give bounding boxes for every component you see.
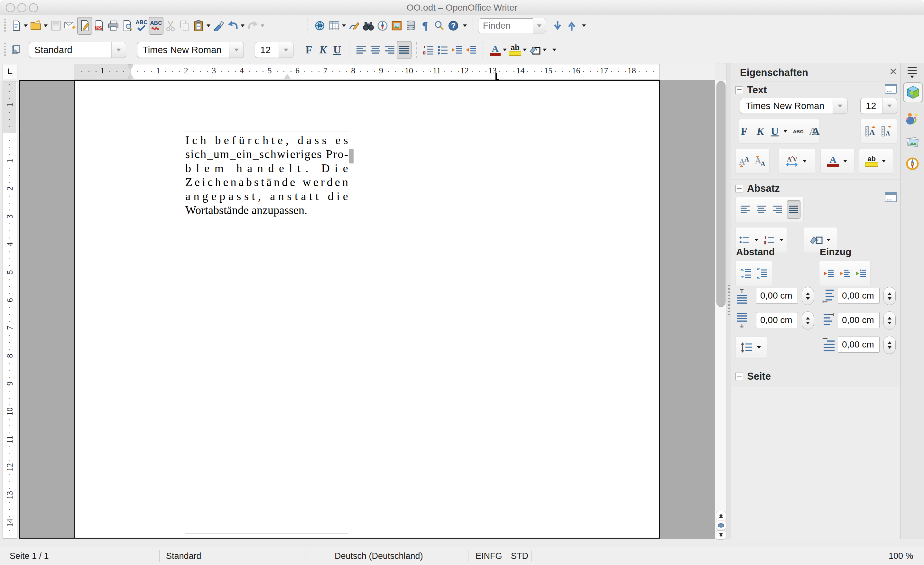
vertical-scrollbar[interactable] bbox=[715, 81, 727, 539]
toolbar-drag-handle[interactable] bbox=[4, 43, 6, 57]
firstline-indent-field[interactable]: 0,00 cm bbox=[838, 337, 880, 353]
formatting-marks-button[interactable]: ¶ bbox=[418, 17, 432, 34]
find-history-dropdown[interactable] bbox=[533, 18, 546, 33]
decrease-spacing-button[interactable] bbox=[755, 264, 768, 283]
document-page[interactable]: Ich befürchte, dass essich_um_ein_schwie… bbox=[19, 80, 660, 539]
formatting-overflow-dropdown[interactable] bbox=[552, 49, 556, 51]
collapse-icon[interactable] bbox=[735, 86, 743, 94]
email-document-button[interactable] bbox=[63, 17, 77, 34]
document-line[interactable]: sich_um_ein_schwieriges Pro- bbox=[185, 147, 348, 161]
previous-page-button[interactable] bbox=[716, 511, 726, 520]
data-sources-button[interactable] bbox=[404, 17, 418, 34]
status-page-style[interactable]: Standard bbox=[166, 551, 201, 561]
increase-indent-button[interactable] bbox=[464, 41, 478, 58]
background-color-dropdown[interactable] bbox=[543, 49, 547, 51]
text-dialog-launcher-icon[interactable] bbox=[885, 84, 897, 94]
superscript-button[interactable]: AA bbox=[738, 152, 751, 170]
sidebar-font-size-combobox[interactable]: 12 bbox=[860, 98, 897, 114]
spellcheck-button[interactable]: ABC bbox=[135, 17, 148, 34]
align-right-button[interactable] bbox=[382, 41, 397, 58]
scrollbar-thumb[interactable] bbox=[717, 81, 726, 307]
tab-stop-selector[interactable]: L bbox=[3, 64, 17, 79]
new-document-dropdown[interactable] bbox=[24, 24, 28, 27]
decrease-font-size-button[interactable]: A bbox=[880, 122, 893, 140]
open-button[interactable] bbox=[29, 17, 43, 34]
save-button[interactable] bbox=[49, 17, 63, 34]
document-line[interactable]: angepasst, anstatt die bbox=[185, 189, 348, 203]
redo-dropdown[interactable] bbox=[261, 24, 264, 27]
sidebar-increase-indent-button[interactable] bbox=[822, 264, 835, 283]
gallery-button[interactable] bbox=[390, 17, 404, 34]
splitter-grip[interactable] bbox=[728, 285, 730, 316]
above-spacing-field[interactable]: 0,00 cm bbox=[756, 288, 798, 304]
paragraph-style-combobox[interactable]: Standard bbox=[29, 42, 126, 58]
document-line[interactable]: Wortabstände anzupassen. bbox=[185, 203, 348, 217]
bold-button[interactable]: F bbox=[302, 41, 316, 58]
font-name-combobox[interactable]: Times New Roman bbox=[137, 42, 244, 58]
above-spacing-spinner[interactable] bbox=[802, 287, 814, 305]
navigator-button[interactable] bbox=[375, 17, 390, 34]
vertical-ruler[interactable]: 11234567891011121314 bbox=[3, 81, 17, 539]
status-insert-mode[interactable]: EINFG bbox=[476, 551, 502, 561]
highlighting-dropdown[interactable] bbox=[523, 49, 526, 51]
below-spacing-field[interactable]: 0,00 cm bbox=[756, 312, 798, 328]
undo-button[interactable] bbox=[226, 17, 240, 34]
insert-table-button[interactable] bbox=[327, 17, 341, 34]
sidebar-justify-button[interactable] bbox=[787, 200, 801, 219]
bullet-list-button[interactable] bbox=[436, 41, 450, 58]
line-spacing-dropdown[interactable] bbox=[757, 346, 761, 349]
sidebar-font-size-dropdown[interactable] bbox=[882, 98, 897, 114]
sidebar-align-right-button[interactable] bbox=[771, 201, 784, 219]
paragraph-dialog-launcher-icon[interactable] bbox=[885, 192, 897, 202]
tab-styles[interactable] bbox=[903, 110, 922, 129]
find-replace-button[interactable] bbox=[361, 17, 375, 34]
toolbar-drag-handle[interactable] bbox=[4, 19, 6, 33]
character-spacing-button[interactable]: AV bbox=[786, 152, 799, 170]
line-spacing-button[interactable] bbox=[740, 339, 753, 357]
cut-button[interactable] bbox=[164, 17, 178, 34]
before-indent-field[interactable]: 0,00 cm bbox=[838, 288, 880, 304]
sidebar-highlighting-dropdown[interactable] bbox=[882, 160, 886, 162]
auto-spellcheck-button[interactable]: ABC bbox=[148, 17, 164, 35]
horizontal-ruler[interactable]: 1123456789101112131415161718 bbox=[74, 64, 660, 80]
sidebar-highlighting-button[interactable]: ab bbox=[865, 152, 878, 170]
increase-spacing-button[interactable] bbox=[740, 264, 752, 283]
paragraph-section-header[interactable]: Absatz bbox=[735, 183, 780, 194]
find-toolbar-overflow[interactable] bbox=[582, 24, 586, 27]
sidebar-menu-icon[interactable] bbox=[908, 67, 916, 78]
shadow-button[interactable]: A A bbox=[808, 122, 821, 140]
after-indent-field[interactable]: 0,00 cm bbox=[838, 312, 880, 328]
paragraph-style-dropdown[interactable] bbox=[111, 42, 126, 58]
paragraph-text[interactable]: Ich befürchte, dass essich_um_ein_schwie… bbox=[185, 133, 348, 217]
paste-button[interactable] bbox=[192, 17, 206, 34]
sidebar-font-color-dropdown[interactable] bbox=[843, 160, 847, 162]
page-section-header[interactable]: Seite bbox=[735, 371, 771, 382]
underline-button[interactable]: U bbox=[330, 41, 344, 58]
draw-functions-button[interactable] bbox=[347, 17, 361, 34]
sidebar-italic-button[interactable]: K bbox=[754, 122, 766, 140]
increase-font-size-button[interactable]: A bbox=[864, 122, 877, 140]
tab-navigator[interactable] bbox=[903, 154, 922, 173]
font-name-dropdown[interactable] bbox=[229, 42, 243, 58]
align-left-button[interactable] bbox=[354, 41, 368, 58]
sidebar-font-name-dropdown[interactable] bbox=[832, 98, 847, 114]
expand-icon[interactable] bbox=[735, 373, 743, 380]
character-spacing-dropdown[interactable] bbox=[803, 160, 807, 162]
document-line[interactable]: Ich befürchte, dass es bbox=[185, 133, 348, 147]
navigation-button[interactable] bbox=[716, 521, 726, 530]
zoom-button[interactable] bbox=[432, 17, 446, 34]
sidebar-close-button[interactable]: ✕ bbox=[889, 67, 897, 76]
sidebar-decrease-indent-button[interactable] bbox=[838, 264, 851, 283]
justify-button[interactable] bbox=[397, 41, 411, 59]
new-document-button[interactable] bbox=[9, 17, 23, 34]
font-color-button[interactable]: A bbox=[488, 41, 502, 58]
paste-dropdown[interactable] bbox=[207, 24, 210, 27]
underline-dropdown[interactable] bbox=[783, 130, 787, 133]
sidebar-font-color-button[interactable]: A bbox=[826, 152, 839, 170]
status-zoom-level[interactable]: 100 % bbox=[889, 551, 914, 561]
styles-button[interactable] bbox=[9, 41, 23, 58]
right-indent-marker[interactable] bbox=[284, 74, 290, 79]
sidebar-bold-button[interactable]: F bbox=[738, 122, 751, 140]
toolbar-overflow-dropdown[interactable] bbox=[463, 24, 467, 27]
background-color-button[interactable] bbox=[528, 41, 542, 58]
